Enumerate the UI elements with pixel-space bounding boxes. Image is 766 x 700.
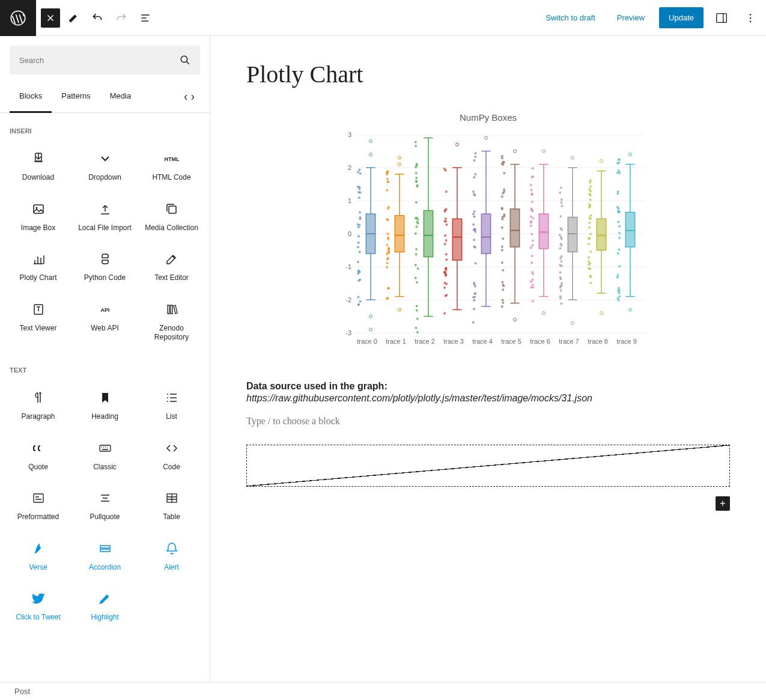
svg-point-257 xyxy=(502,161,505,163)
block-pullquote[interactable]: Pullquote xyxy=(71,481,138,532)
svg-rect-151 xyxy=(424,211,433,257)
block-verse[interactable]: Verse xyxy=(5,532,71,582)
tab-blocks[interactable]: Blocks xyxy=(10,84,52,113)
preview-button[interactable]: Preview xyxy=(610,8,652,27)
svg-point-407 xyxy=(617,299,619,302)
block-text-viewer[interactable]: TText Viewer xyxy=(5,293,71,352)
svg-point-269 xyxy=(529,246,532,249)
block-table[interactable]: Table xyxy=(138,481,205,532)
svg-point-139 xyxy=(415,253,417,255)
svg-text:trace 7: trace 7 xyxy=(559,338,579,345)
edit-mode-button[interactable] xyxy=(62,7,84,29)
block-label: List xyxy=(166,412,177,422)
svg-point-208 xyxy=(474,152,476,154)
block-python-code[interactable]: Python Code xyxy=(71,242,138,293)
svg-point-296 xyxy=(530,208,532,210)
block-quote[interactable]: Quote xyxy=(5,431,71,482)
update-button[interactable]: Update xyxy=(659,7,704,28)
plotly-chart-block[interactable]: NumPy Boxes -3-2-10123trace 0trace 1trac… xyxy=(246,112,730,357)
block-heading[interactable]: Heading xyxy=(71,381,138,431)
svg-point-53 xyxy=(358,251,360,253)
svg-point-136 xyxy=(415,327,417,329)
svg-point-365 xyxy=(589,179,591,181)
block-media-collection[interactable]: Media Collection xyxy=(138,192,205,243)
svg-point-285 xyxy=(530,193,533,196)
svg-point-391 xyxy=(617,169,619,172)
svg-point-99 xyxy=(387,238,389,240)
block-label: Quote xyxy=(28,463,48,472)
data-source-block[interactable]: Data source used in the graph: https://r… xyxy=(246,381,730,404)
undo-button[interactable] xyxy=(87,7,108,29)
search-input[interactable] xyxy=(19,56,180,65)
block-dropdown[interactable]: Dropdown xyxy=(71,142,138,192)
block-html-code[interactable]: HTMLHTML Code xyxy=(138,142,205,192)
block-download[interactable]: Download xyxy=(5,142,71,192)
svg-point-209 xyxy=(474,173,476,175)
block-click-to-tweet[interactable]: Click to Tweet xyxy=(5,582,71,632)
block-plotly-chart[interactable]: Plotly Chart xyxy=(5,242,71,293)
block-accordion[interactable]: Accordion xyxy=(71,532,138,582)
svg-point-245 xyxy=(501,299,503,302)
api-icon: API xyxy=(98,302,112,317)
block-alert[interactable]: Alert xyxy=(138,532,205,582)
pre-icon xyxy=(31,491,46,505)
svg-point-211 xyxy=(473,194,476,196)
block-label: Plotly Chart xyxy=(19,273,56,283)
svg-point-374 xyxy=(588,206,590,208)
add-block-button[interactable]: + xyxy=(716,496,730,511)
switch-to-draft-button[interactable]: Switch to draft xyxy=(538,8,602,27)
block-list[interactable]: List xyxy=(138,381,205,431)
document-overview-button[interactable] xyxy=(135,7,156,29)
svg-point-267 xyxy=(513,150,516,153)
block-local-file-import[interactable]: Local File Import xyxy=(71,192,138,243)
close-inserter-button[interactable] xyxy=(41,8,60,28)
list-icon xyxy=(165,391,179,405)
svg-point-258 xyxy=(500,207,503,209)
page-title[interactable]: Plotly Chart xyxy=(246,60,730,88)
block-preformatted[interactable]: Preformatted xyxy=(5,481,71,532)
svg-point-220 xyxy=(473,299,475,302)
tab-media[interactable]: Media xyxy=(100,84,141,112)
svg-point-232 xyxy=(502,192,504,194)
wordpress-logo[interactable] xyxy=(0,0,36,36)
svg-point-350 xyxy=(589,282,592,284)
svg-text:trace 8: trace 8 xyxy=(588,338,608,345)
settings-panel-button[interactable] xyxy=(711,7,732,29)
block-label: Download xyxy=(22,173,54,183)
empty-paragraph-placeholder[interactable]: Type / to choose a block xyxy=(246,416,730,427)
svg-point-124 xyxy=(415,177,418,179)
svg-point-115 xyxy=(398,156,401,159)
block-highlight[interactable]: Highlight xyxy=(71,582,138,632)
block-code[interactable]: Code xyxy=(138,431,205,482)
svg-point-314 xyxy=(559,296,561,298)
svg-rect-17 xyxy=(100,445,111,451)
svg-point-161 xyxy=(445,253,447,255)
empty-block-placeholder[interactable] xyxy=(246,445,730,487)
block-text-editor[interactable]: Text Editor xyxy=(138,242,205,293)
block-paragraph[interactable]: Paragraph xyxy=(5,381,71,431)
svg-point-94 xyxy=(386,244,388,246)
svg-point-356 xyxy=(588,222,591,224)
svg-point-352 xyxy=(589,185,591,187)
svg-rect-10 xyxy=(169,206,176,213)
block-label: Local File Import xyxy=(78,224,132,233)
tab-patterns[interactable]: Patterns xyxy=(52,84,100,112)
svg-point-253 xyxy=(503,172,505,174)
block-classic[interactable]: Classic xyxy=(71,431,138,482)
svg-point-73 xyxy=(369,315,372,318)
svg-text:API: API xyxy=(100,307,109,313)
svg-point-144 xyxy=(414,276,416,279)
svg-point-176 xyxy=(445,221,447,223)
block-label: Accordion xyxy=(89,563,121,573)
block-image-box[interactable]: Image Box xyxy=(5,192,71,243)
svg-point-238 xyxy=(500,261,503,264)
block-web-api[interactable]: APIWeb API xyxy=(71,293,138,352)
svg-rect-111 xyxy=(395,216,404,252)
tab-expand-icon[interactable] xyxy=(178,84,200,112)
svg-point-64 xyxy=(357,235,360,237)
svg-point-387 xyxy=(616,171,618,174)
block-zenodo-repository[interactable]: Zenodo Repository xyxy=(138,293,205,352)
options-menu-button[interactable] xyxy=(740,7,761,29)
svg-point-324 xyxy=(559,227,562,230)
svg-point-414 xyxy=(618,296,621,298)
